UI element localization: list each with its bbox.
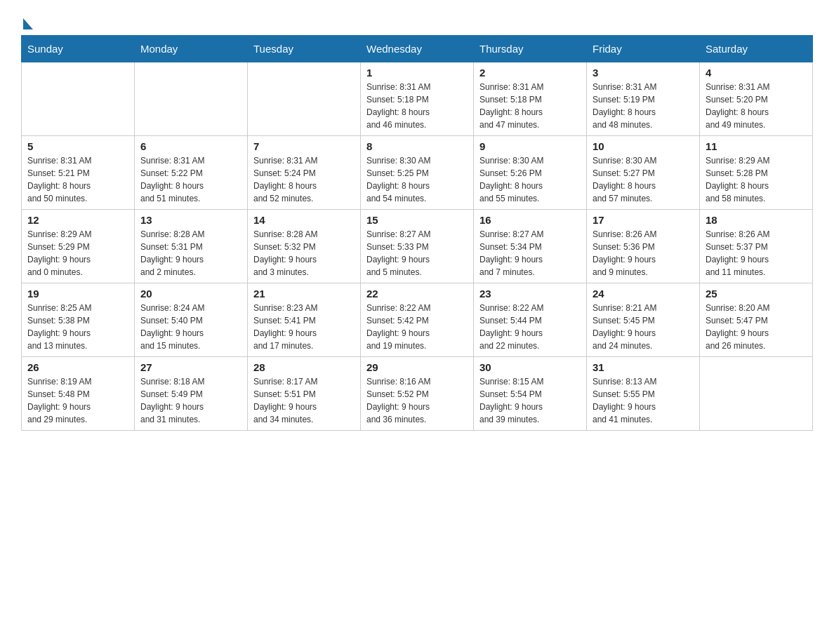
calendar-cell: 21Sunrise: 8:23 AM Sunset: 5:41 PM Dayli… bbox=[248, 283, 361, 357]
calendar-cell: 12Sunrise: 8:29 AM Sunset: 5:29 PM Dayli… bbox=[22, 210, 135, 283]
day-number: 19 bbox=[27, 288, 128, 300]
calendar-cell: 25Sunrise: 8:20 AM Sunset: 5:47 PM Dayli… bbox=[700, 283, 813, 357]
day-number: 3 bbox=[593, 67, 694, 79]
day-info: Sunrise: 8:28 AM Sunset: 5:32 PM Dayligh… bbox=[253, 228, 355, 279]
header-monday: Monday bbox=[135, 36, 248, 62]
calendar-cell: 23Sunrise: 8:22 AM Sunset: 5:44 PM Dayli… bbox=[474, 283, 587, 357]
day-info: Sunrise: 8:30 AM Sunset: 5:27 PM Dayligh… bbox=[593, 154, 694, 205]
calendar-cell: 11Sunrise: 8:29 AM Sunset: 5:28 PM Dayli… bbox=[700, 136, 813, 210]
day-number: 30 bbox=[479, 361, 581, 373]
day-number: 1 bbox=[366, 67, 468, 79]
calendar-cell: 9Sunrise: 8:30 AM Sunset: 5:26 PM Daylig… bbox=[474, 136, 587, 210]
calendar-cell: 3Sunrise: 8:31 AM Sunset: 5:19 PM Daylig… bbox=[587, 62, 700, 136]
logo-arrow-icon bbox=[23, 18, 33, 29]
header-tuesday: Tuesday bbox=[248, 36, 361, 62]
day-info: Sunrise: 8:30 AM Sunset: 5:26 PM Dayligh… bbox=[479, 154, 581, 205]
calendar-cell bbox=[135, 62, 248, 136]
day-info: Sunrise: 8:27 AM Sunset: 5:34 PM Dayligh… bbox=[479, 228, 581, 279]
calendar-cell: 13Sunrise: 8:28 AM Sunset: 5:31 PM Dayli… bbox=[135, 210, 248, 283]
day-info: Sunrise: 8:22 AM Sunset: 5:42 PM Dayligh… bbox=[366, 302, 468, 352]
day-number: 10 bbox=[593, 140, 694, 152]
day-number: 24 bbox=[593, 288, 694, 300]
day-number: 21 bbox=[253, 288, 355, 300]
calendar-cell: 29Sunrise: 8:16 AM Sunset: 5:52 PM Dayli… bbox=[361, 357, 474, 431]
calendar-cell: 17Sunrise: 8:26 AM Sunset: 5:36 PM Dayli… bbox=[587, 210, 700, 283]
day-number: 20 bbox=[140, 288, 241, 300]
calendar-cell: 19Sunrise: 8:25 AM Sunset: 5:38 PM Dayli… bbox=[22, 283, 135, 357]
calendar-cell: 14Sunrise: 8:28 AM Sunset: 5:32 PM Dayli… bbox=[248, 210, 361, 283]
calendar-cell bbox=[248, 62, 361, 136]
calendar-cell: 20Sunrise: 8:24 AM Sunset: 5:40 PM Dayli… bbox=[135, 283, 248, 357]
calendar-cell: 26Sunrise: 8:19 AM Sunset: 5:48 PM Dayli… bbox=[22, 357, 135, 431]
day-info: Sunrise: 8:26 AM Sunset: 5:37 PM Dayligh… bbox=[706, 228, 807, 279]
day-info: Sunrise: 8:20 AM Sunset: 5:47 PM Dayligh… bbox=[706, 302, 807, 352]
day-info: Sunrise: 8:15 AM Sunset: 5:54 PM Dayligh… bbox=[479, 375, 581, 426]
week-row-4: 19Sunrise: 8:25 AM Sunset: 5:38 PM Dayli… bbox=[22, 283, 813, 357]
day-info: Sunrise: 8:25 AM Sunset: 5:38 PM Dayligh… bbox=[27, 302, 128, 352]
day-info: Sunrise: 8:31 AM Sunset: 5:22 PM Dayligh… bbox=[140, 154, 241, 205]
day-number: 23 bbox=[479, 288, 581, 300]
day-info: Sunrise: 8:17 AM Sunset: 5:51 PM Dayligh… bbox=[253, 375, 355, 426]
day-number: 25 bbox=[706, 288, 807, 300]
day-info: Sunrise: 8:26 AM Sunset: 5:36 PM Dayligh… bbox=[593, 228, 694, 279]
day-number: 11 bbox=[706, 140, 807, 152]
calendar-cell: 27Sunrise: 8:18 AM Sunset: 5:49 PM Dayli… bbox=[135, 357, 248, 431]
calendar-cell: 28Sunrise: 8:17 AM Sunset: 5:51 PM Dayli… bbox=[248, 357, 361, 431]
calendar-cell: 7Sunrise: 8:31 AM Sunset: 5:24 PM Daylig… bbox=[248, 136, 361, 210]
day-info: Sunrise: 8:21 AM Sunset: 5:45 PM Dayligh… bbox=[593, 302, 694, 352]
day-number: 16 bbox=[479, 214, 581, 226]
day-number: 26 bbox=[27, 361, 128, 373]
day-info: Sunrise: 8:18 AM Sunset: 5:49 PM Dayligh… bbox=[140, 375, 241, 426]
day-number: 13 bbox=[140, 214, 241, 226]
calendar-cell: 10Sunrise: 8:30 AM Sunset: 5:27 PM Dayli… bbox=[587, 136, 700, 210]
header-wednesday: Wednesday bbox=[361, 36, 474, 62]
day-info: Sunrise: 8:29 AM Sunset: 5:29 PM Dayligh… bbox=[27, 228, 128, 279]
week-row-2: 5Sunrise: 8:31 AM Sunset: 5:21 PM Daylig… bbox=[22, 136, 813, 210]
day-number: 29 bbox=[366, 361, 468, 373]
day-number: 9 bbox=[479, 140, 581, 152]
calendar-cell: 18Sunrise: 8:26 AM Sunset: 5:37 PM Dayli… bbox=[700, 210, 813, 283]
day-number: 2 bbox=[479, 67, 581, 79]
day-info: Sunrise: 8:28 AM Sunset: 5:31 PM Dayligh… bbox=[140, 228, 241, 279]
day-info: Sunrise: 8:13 AM Sunset: 5:55 PM Dayligh… bbox=[593, 375, 694, 426]
day-info: Sunrise: 8:19 AM Sunset: 5:48 PM Dayligh… bbox=[27, 375, 128, 426]
logo bbox=[21, 14, 33, 28]
day-info: Sunrise: 8:29 AM Sunset: 5:28 PM Dayligh… bbox=[706, 154, 807, 205]
day-number: 15 bbox=[366, 214, 468, 226]
header-thursday: Thursday bbox=[474, 36, 587, 62]
day-number: 17 bbox=[593, 214, 694, 226]
day-info: Sunrise: 8:31 AM Sunset: 5:20 PM Dayligh… bbox=[706, 81, 807, 131]
calendar-cell: 22Sunrise: 8:22 AM Sunset: 5:42 PM Dayli… bbox=[361, 283, 474, 357]
day-number: 8 bbox=[366, 140, 468, 152]
day-number: 12 bbox=[27, 214, 128, 226]
day-info: Sunrise: 8:31 AM Sunset: 5:18 PM Dayligh… bbox=[479, 81, 581, 131]
day-info: Sunrise: 8:22 AM Sunset: 5:44 PM Dayligh… bbox=[479, 302, 581, 352]
day-info: Sunrise: 8:27 AM Sunset: 5:33 PM Dayligh… bbox=[366, 228, 468, 279]
day-number: 14 bbox=[253, 214, 355, 226]
day-number: 27 bbox=[140, 361, 241, 373]
day-info: Sunrise: 8:23 AM Sunset: 5:41 PM Dayligh… bbox=[253, 302, 355, 352]
day-info: Sunrise: 8:31 AM Sunset: 5:21 PM Dayligh… bbox=[27, 154, 128, 205]
header-sunday: Sunday bbox=[22, 36, 135, 62]
day-number: 22 bbox=[366, 288, 468, 300]
header-saturday: Saturday bbox=[700, 36, 813, 62]
calendar-cell: 6Sunrise: 8:31 AM Sunset: 5:22 PM Daylig… bbox=[135, 136, 248, 210]
calendar-cell: 4Sunrise: 8:31 AM Sunset: 5:20 PM Daylig… bbox=[700, 62, 813, 136]
week-row-3: 12Sunrise: 8:29 AM Sunset: 5:29 PM Dayli… bbox=[22, 210, 813, 283]
day-number: 7 bbox=[253, 140, 355, 152]
page-header bbox=[21, 14, 813, 28]
calendar-cell: 30Sunrise: 8:15 AM Sunset: 5:54 PM Dayli… bbox=[474, 357, 587, 431]
day-info: Sunrise: 8:31 AM Sunset: 5:18 PM Dayligh… bbox=[366, 81, 468, 131]
day-number: 6 bbox=[140, 140, 241, 152]
day-info: Sunrise: 8:16 AM Sunset: 5:52 PM Dayligh… bbox=[366, 375, 468, 426]
calendar-cell bbox=[700, 357, 813, 431]
header-friday: Friday bbox=[587, 36, 700, 62]
day-number: 18 bbox=[706, 214, 807, 226]
day-info: Sunrise: 8:31 AM Sunset: 5:24 PM Dayligh… bbox=[253, 154, 355, 205]
calendar-cell: 2Sunrise: 8:31 AM Sunset: 5:18 PM Daylig… bbox=[474, 62, 587, 136]
calendar-cell: 1Sunrise: 8:31 AM Sunset: 5:18 PM Daylig… bbox=[361, 62, 474, 136]
calendar-cell bbox=[22, 62, 135, 136]
calendar-table: SundayMondayTuesdayWednesdayThursdayFrid… bbox=[21, 35, 813, 431]
day-number: 5 bbox=[27, 140, 128, 152]
day-info: Sunrise: 8:30 AM Sunset: 5:25 PM Dayligh… bbox=[366, 154, 468, 205]
